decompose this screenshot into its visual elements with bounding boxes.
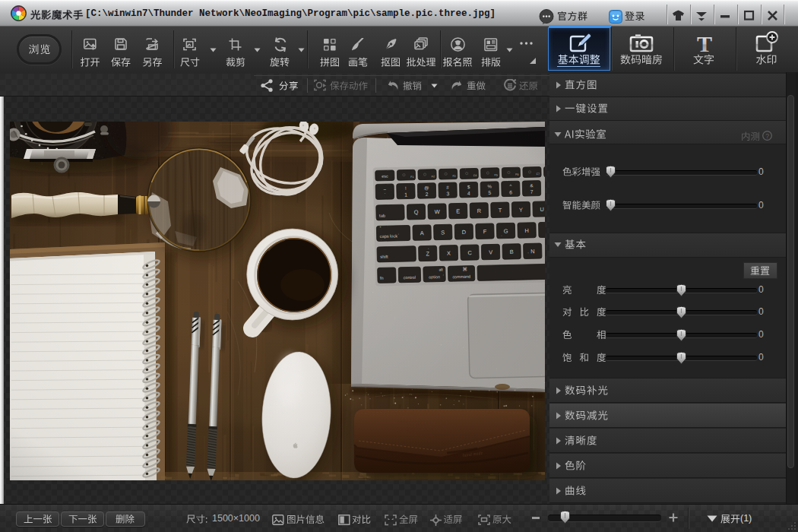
svg-text:?: ? [765,132,769,140]
svg-text:T: T [697,32,712,55]
